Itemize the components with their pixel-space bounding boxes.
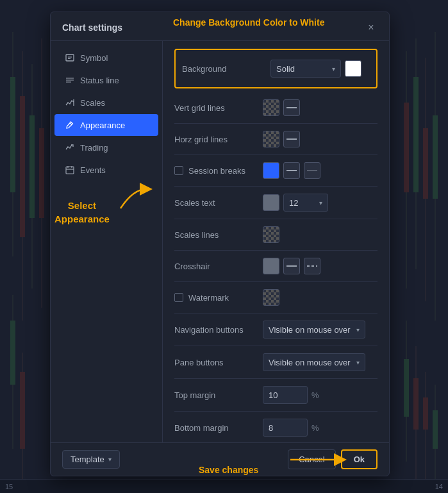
svg-rect-1 bbox=[10, 77, 15, 192]
scales-text-controls: 12 ▾ bbox=[263, 194, 377, 212]
modal-footer: Template ▾ Cancel Ok bbox=[51, 442, 389, 476]
session-breaks-checkbox-wrap[interactable]: Session breaks bbox=[174, 166, 258, 176]
svg-rect-17 bbox=[423, 128, 428, 199]
svg-rect-15 bbox=[413, 77, 419, 192]
symbol-icon bbox=[65, 53, 75, 63]
divider-8 bbox=[174, 346, 377, 346]
session-breaks-style2-swatch[interactable] bbox=[304, 162, 320, 179]
close-button[interactable]: × bbox=[365, 21, 377, 34]
divider-4 bbox=[174, 219, 377, 219]
scales-icon bbox=[65, 97, 75, 108]
pane-buttons-arrow: ▾ bbox=[356, 359, 360, 366]
svg-rect-25 bbox=[423, 397, 428, 430]
background-color-swatch[interactable] bbox=[345, 60, 361, 77]
crosshair-color-swatch[interactable] bbox=[263, 258, 279, 274]
events-icon bbox=[65, 165, 75, 175]
svg-rect-13 bbox=[404, 103, 409, 192]
sidebar-item-symbol[interactable]: Symbol bbox=[54, 47, 158, 69]
chart-label-14: 14 bbox=[435, 483, 443, 490]
nav-buttons-controls: Visible on mouse over ▾ bbox=[263, 321, 377, 338]
content-panel: Background Solid ▾ Vert grid lines bbox=[163, 41, 389, 442]
background-type-value: Solid bbox=[276, 64, 295, 74]
scales-text-color-swatch[interactable] bbox=[263, 194, 279, 211]
crosshair-setting-row: Crosshair bbox=[174, 253, 377, 279]
svg-rect-5 bbox=[29, 115, 35, 218]
vert-grid-color-swatch[interactable] bbox=[263, 99, 279, 116]
pane-buttons-setting-row: Pane buttons Visible on mouse over ▾ bbox=[174, 349, 377, 376]
template-button[interactable]: Template ▾ bbox=[62, 450, 120, 469]
sidebar-item-scales[interactable]: Scales bbox=[54, 92, 158, 113]
scales-lines-setting-row: Scales lines bbox=[174, 222, 377, 247]
horz-grid-label: Horz grid lines bbox=[174, 135, 258, 144]
crosshair-label: Crosshair bbox=[174, 262, 258, 271]
session-breaks-line2 bbox=[307, 170, 317, 171]
divider-7 bbox=[174, 313, 377, 313]
pane-buttons-controls: Visible on mouse over ▾ bbox=[263, 353, 377, 371]
scales-text-size-value: 12 bbox=[289, 198, 298, 208]
divider-3 bbox=[174, 186, 377, 187]
session-breaks-text: Session breaks bbox=[188, 166, 245, 176]
session-breaks-color-swatch[interactable] bbox=[263, 162, 279, 179]
session-breaks-checkbox[interactable] bbox=[174, 166, 183, 175]
bottom-margin-setting-row: Bottom margin % bbox=[174, 414, 377, 441]
vert-grid-setting-row: Vert grid lines bbox=[174, 95, 377, 121]
watermark-checkbox-wrap[interactable]: Watermark bbox=[174, 293, 258, 303]
appearance-icon bbox=[65, 120, 75, 130]
top-margin-input[interactable] bbox=[263, 386, 308, 404]
horz-grid-line-solid bbox=[286, 138, 297, 140]
svg-rect-9 bbox=[10, 321, 15, 385]
session-breaks-label: Session breaks bbox=[174, 166, 258, 176]
ok-button[interactable]: Ok bbox=[341, 449, 377, 469]
watermark-color-swatch[interactable] bbox=[263, 289, 279, 306]
sidebar-label-appearance: Appearance bbox=[80, 121, 125, 130]
svg-rect-11 bbox=[20, 372, 25, 449]
vert-grid-style-swatch[interactable] bbox=[283, 99, 300, 116]
sidebar-item-trading[interactable]: Trading bbox=[54, 137, 158, 158]
top-margin-label: Top margin bbox=[174, 390, 258, 400]
session-breaks-style-swatch[interactable] bbox=[283, 162, 300, 179]
horz-grid-color-swatch[interactable] bbox=[263, 131, 279, 147]
bottom-margin-input[interactable] bbox=[263, 419, 308, 437]
sidebar-item-status-line[interactable]: Status line bbox=[54, 69, 158, 91]
svg-rect-27 bbox=[433, 410, 438, 449]
template-label: Template bbox=[71, 455, 104, 464]
scales-text-size-dropdown[interactable]: 12 ▾ bbox=[283, 194, 328, 212]
nav-buttons-value: Visible on mouse over bbox=[269, 325, 351, 335]
horz-grid-style-swatch[interactable] bbox=[283, 131, 300, 147]
sidebar-label-status-line: Status line bbox=[80, 76, 119, 85]
status-line-icon bbox=[65, 75, 75, 85]
crosshair-style-swatch[interactable] bbox=[283, 258, 300, 274]
chart-right-candles bbox=[395, 0, 448, 493]
background-controls: Solid ▾ bbox=[270, 60, 370, 78]
bottom-margin-label: Bottom margin bbox=[174, 423, 258, 433]
sidebar-label-symbol: Symbol bbox=[80, 53, 108, 63]
watermark-checkbox[interactable] bbox=[174, 293, 183, 302]
svg-rect-19 bbox=[433, 115, 438, 199]
watermark-setting-row: Watermark bbox=[174, 285, 377, 310]
modal-body: Symbol Status line Scales Appearance bbox=[51, 41, 389, 442]
scales-lines-label: Scales lines bbox=[174, 230, 258, 240]
crosshair-line-solid bbox=[286, 265, 297, 267]
vert-grid-label: Vert grid lines bbox=[174, 103, 258, 113]
background-label: Background bbox=[182, 64, 265, 74]
background-setting-highlight: Background Solid ▾ bbox=[174, 49, 377, 88]
top-margin-controls: % bbox=[263, 386, 377, 404]
crosshair-style2-swatch[interactable] bbox=[304, 258, 320, 274]
scales-lines-color-swatch[interactable] bbox=[263, 226, 279, 243]
chart-settings-modal: Chart settings × Symbol Status line bbox=[50, 12, 390, 476]
sidebar-label-trading: Trading bbox=[80, 143, 108, 153]
pane-buttons-dropdown[interactable]: Visible on mouse over ▾ bbox=[263, 353, 365, 371]
cancel-button[interactable]: Cancel bbox=[288, 449, 335, 469]
divider-2 bbox=[174, 155, 377, 155]
modal-header: Chart settings × bbox=[51, 12, 389, 41]
sidebar-item-appearance[interactable]: Appearance bbox=[54, 114, 158, 136]
nav-buttons-dropdown[interactable]: Visible on mouse over ▾ bbox=[263, 321, 365, 338]
modal-title: Chart settings bbox=[62, 22, 122, 33]
sidebar-item-events[interactable]: Events bbox=[54, 159, 158, 181]
template-arrow: ▾ bbox=[108, 456, 112, 463]
horz-grid-setting-row: Horz grid lines bbox=[174, 126, 377, 152]
svg-rect-21 bbox=[404, 359, 409, 417]
svg-rect-23 bbox=[413, 378, 419, 430]
session-breaks-setting-row: Session breaks bbox=[174, 158, 377, 183]
background-type-dropdown[interactable]: Solid ▾ bbox=[270, 60, 341, 78]
